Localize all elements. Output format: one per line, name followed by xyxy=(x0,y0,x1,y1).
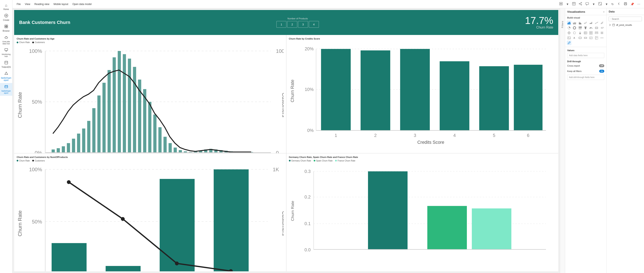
svg-rect-49 xyxy=(67,143,70,153)
age-legend-customers-label: Customers xyxy=(35,41,45,44)
numproducts-chart-panel: Churn Rate and Customers by NumOfProduct… xyxy=(14,153,286,272)
nav-tridentds[interactable]: bankchuрn eport xyxy=(0,70,12,83)
refresh-icon-btn[interactable]: ↻ xyxy=(610,2,615,7)
mobile-layout-btn[interactable]: Mobile layout xyxy=(52,2,70,6)
svg-rect-4 xyxy=(6,25,8,26)
viz-icon-funnel[interactable] xyxy=(583,26,588,30)
nav-create[interactable]: Create xyxy=(0,12,12,23)
svg-rect-174 xyxy=(580,26,582,28)
svg-rect-57 xyxy=(108,70,111,153)
toolbar-icons: ▼ ▼ ▼ ↻ 📌 ⋯ xyxy=(558,1,642,7)
viz-icon-paginated[interactable] xyxy=(594,36,599,40)
svg-rect-71 xyxy=(179,150,182,152)
svg-point-170 xyxy=(602,23,603,24)
svg-line-26 xyxy=(580,3,581,4)
svg-point-130 xyxy=(175,261,178,265)
expand-icon-btn[interactable]: ▼ xyxy=(565,2,570,7)
viz-icon-azure-map[interactable] xyxy=(578,30,582,35)
product-btn-2[interactable]: 2 xyxy=(287,21,297,28)
svg-rect-53 xyxy=(87,121,90,153)
viz-icon-matrix[interactable] xyxy=(589,30,593,35)
geo-legend-spain-label: Spain Churn Rate xyxy=(316,160,333,162)
product-btn-1[interactable]: 1 xyxy=(276,21,286,28)
nav-bankchurn[interactable]: bankchuрn eport xyxy=(0,83,12,96)
keep-filters-toggle[interactable]: On xyxy=(599,70,604,72)
viz-icon-slicer[interactable] xyxy=(600,30,604,35)
viz-icon-button[interactable] xyxy=(583,36,588,40)
viz-icon-text[interactable]: A xyxy=(572,36,577,40)
file-menu[interactable]: File xyxy=(15,2,22,6)
viz-icon-line[interactable] xyxy=(583,20,588,25)
more-icon-btn[interactable]: ⋯ xyxy=(636,2,642,7)
expand3-icon-btn[interactable]: ▼ xyxy=(604,2,609,7)
viz-icon-ribbon[interactable] xyxy=(594,20,599,25)
viz-icon-bar[interactable] xyxy=(567,20,571,25)
viz-icon-treemap[interactable] xyxy=(578,26,582,30)
nav-onelake[interactable]: OneLake data hub xyxy=(0,34,12,46)
viz-icon-map[interactable] xyxy=(567,30,571,35)
viz-icon-table[interactable] xyxy=(583,30,588,35)
age-legend-churnrate: Churn Rate xyxy=(17,41,30,44)
viz-icon-image[interactable] xyxy=(567,36,571,40)
svg-text:A: A xyxy=(574,36,575,39)
nav-monitoring[interactable]: Monitoring hub xyxy=(0,46,12,59)
svg-text:20%: 20% xyxy=(304,46,314,52)
viz-icon-clustered-bar[interactable] xyxy=(572,20,577,25)
viz-icon-shape-map[interactable] xyxy=(572,30,577,35)
viz-icon-scatter[interactable] xyxy=(600,20,604,25)
nav-home[interactable]: ⌂ Home xyxy=(0,2,12,12)
product-btn-4[interactable]: 4 xyxy=(309,21,319,28)
chat-icon-btn[interactable] xyxy=(584,1,590,7)
viz-icon-kpi[interactable]: KPI xyxy=(600,26,604,30)
dataset-item[interactable]: df_pred_results xyxy=(606,23,644,27)
open-data-model-btn[interactable]: Open data model xyxy=(71,2,93,6)
view-menu[interactable]: View xyxy=(23,2,32,6)
add-drillthrough-box[interactable]: Add drill-through fields here xyxy=(567,75,604,80)
viz-icon-area[interactable] xyxy=(589,20,593,25)
viz-icon-donut[interactable] xyxy=(572,26,577,30)
viz-icon-smart-narrative[interactable] xyxy=(589,36,593,40)
svg-rect-105 xyxy=(514,65,542,130)
viz-icon-stacked[interactable] xyxy=(578,20,582,25)
search-input[interactable] xyxy=(612,18,640,20)
viz-icon-edit-pencil[interactable] xyxy=(567,40,571,45)
table-icon-btn[interactable] xyxy=(571,1,577,7)
add-data-fields-box[interactable]: Add data fields here xyxy=(567,53,604,58)
nav-monitoring-label: Monitoring hub xyxy=(1,53,12,58)
back-icon-btn[interactable] xyxy=(616,1,622,7)
svg-rect-185 xyxy=(584,32,587,34)
nav-browse[interactable]: Browse xyxy=(0,23,12,34)
churn-rate-value: 17.7% xyxy=(525,16,553,26)
save-icon-btn[interactable] xyxy=(622,1,628,7)
fit-icon-btn[interactable] xyxy=(597,1,603,7)
viz-icon-cards-list[interactable] xyxy=(594,30,599,35)
main-area: File View Reading view Mobile layout Ope… xyxy=(12,0,644,273)
reading-view-btn[interactable]: Reading view xyxy=(33,2,51,6)
svg-rect-28 xyxy=(586,2,589,4)
geo-legend-germany-label: Germany Churn Rate xyxy=(292,160,311,162)
expand2-icon-btn[interactable]: ▼ xyxy=(591,2,596,7)
svg-rect-67 xyxy=(158,127,162,152)
drill-through-label: Drill through xyxy=(565,59,606,63)
svg-line-27 xyxy=(580,4,581,4)
report-page: Bank Customers Churn Number of Products … xyxy=(14,10,558,271)
viz-icon-shape[interactable] xyxy=(578,36,582,40)
age-legend-churnrate-dot xyxy=(17,42,18,43)
monitoring-icon xyxy=(4,48,8,53)
credits-chart-container: 20% 10% 0% xyxy=(289,41,556,151)
pin-icon-btn[interactable]: 📌 xyxy=(629,2,635,7)
viz-icon-gauge[interactable] xyxy=(589,26,593,30)
credits-chart-svg: 20% 10% 0% xyxy=(289,41,556,151)
nav-workspaces[interactable]: TridentDS xyxy=(0,59,12,70)
cross-report-toggle[interactable]: Off xyxy=(599,64,604,67)
viz-icon-card[interactable] xyxy=(594,26,599,30)
svg-rect-34 xyxy=(624,2,627,5)
nav-onelake-label: OneLake data hub xyxy=(1,40,12,45)
svg-rect-101 xyxy=(360,50,390,130)
theme-icon-btn[interactable] xyxy=(558,1,564,7)
viz-icon-pie[interactable] xyxy=(567,26,571,30)
product-btn-3[interactable]: 3 xyxy=(298,21,308,28)
share-icon-btn[interactable] xyxy=(578,1,584,7)
viz-icon-more-options[interactable] xyxy=(600,36,604,40)
viz-panel-expand-btn[interactable]: › xyxy=(604,10,604,13)
